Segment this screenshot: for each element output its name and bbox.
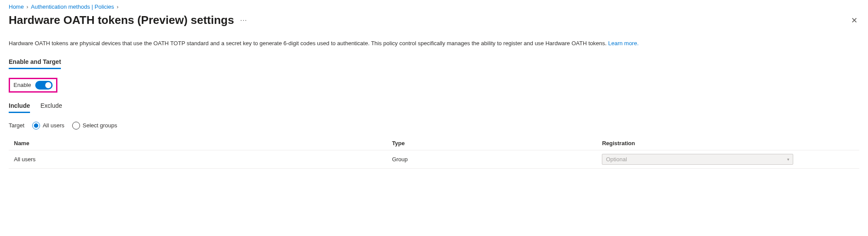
breadcrumb-auth-methods[interactable]: Authentication methods | Policies	[31, 3, 114, 10]
page-header: Hardware OATH tokens (Preview) settings …	[9, 13, 859, 27]
column-type-header[interactable]: Type	[392, 140, 602, 146]
page-title: Hardware OATH tokens (Preview) settings	[9, 13, 234, 27]
radio-select-groups[interactable]: Select groups	[72, 122, 117, 130]
chevron-right-icon: ›	[27, 3, 28, 10]
chevron-right-icon: ›	[117, 3, 118, 10]
radio-all-users[interactable]: All users	[32, 122, 64, 130]
learn-more-link[interactable]: Learn more.	[608, 40, 638, 47]
tab-exclude[interactable]: Exclude	[40, 102, 62, 113]
target-row: Target All users Select groups	[9, 122, 859, 130]
description-text: Hardware OATH tokens are physical device…	[9, 40, 608, 47]
column-registration-header[interactable]: Registration	[602, 140, 854, 146]
include-exclude-tabs: Include Exclude	[9, 102, 859, 113]
radio-icon	[32, 122, 40, 130]
page-description: Hardware OATH tokens are physical device…	[9, 39, 859, 48]
targets-table: Name Type Registration All users Group O…	[9, 136, 859, 169]
enable-toggle-highlight: Enable	[9, 78, 57, 93]
table-header: Name Type Registration	[9, 136, 859, 150]
enable-toggle[interactable]	[35, 81, 53, 90]
target-label: Target	[9, 122, 24, 129]
table-row: All users Group Optional ▾	[9, 150, 859, 169]
more-icon[interactable]: ···	[240, 17, 247, 24]
chevron-down-icon: ▾	[787, 157, 789, 162]
tab-enable-and-target[interactable]: Enable and Target	[9, 58, 61, 69]
cell-name: All users	[14, 156, 392, 163]
breadcrumb: Home › Authentication methods | Policies…	[9, 3, 859, 10]
cell-type: Group	[392, 156, 602, 163]
toggle-knob	[45, 82, 51, 88]
enable-label: Enable	[13, 82, 31, 88]
radio-select-groups-label: Select groups	[83, 122, 117, 129]
section-tabs: Enable and Target	[9, 58, 859, 69]
breadcrumb-home[interactable]: Home	[9, 3, 24, 10]
tab-include[interactable]: Include	[9, 102, 30, 113]
column-name-header[interactable]: Name	[14, 140, 392, 146]
radio-icon	[72, 122, 80, 130]
registration-dropdown[interactable]: Optional ▾	[602, 154, 793, 165]
registration-value: Optional	[606, 156, 627, 163]
close-icon[interactable]: ✕	[849, 14, 859, 27]
radio-all-users-label: All users	[43, 122, 64, 129]
